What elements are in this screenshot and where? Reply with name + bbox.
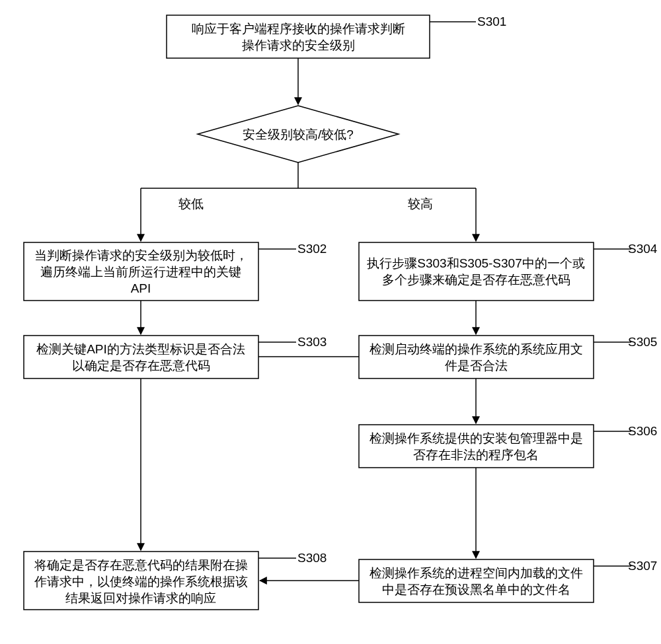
node-s304 — [359, 242, 594, 301]
s303-l1: 检测关键API的方法类型标识是否合法 — [36, 342, 245, 356]
s302-l2: 遍历终端上当前所运行进程中的关键 — [40, 265, 241, 279]
s306-l2: 否存在非法的程序包名 — [413, 448, 539, 462]
branch-low-label: 较低 — [178, 197, 204, 211]
branch-high-label: 较高 — [408, 197, 433, 211]
s308-l2: 作请求中，以使终端的操作系统根据该 — [34, 575, 248, 589]
s301-tag: S301 — [477, 15, 506, 28]
s304-l2: 多个步骤来确定是否存在恶意代码 — [382, 273, 570, 287]
s305-l2: 件是否合法 — [445, 359, 508, 373]
s308-tag: S308 — [297, 551, 327, 565]
s307-l1: 检测操作系统的进程空间内加载的文件 — [369, 566, 583, 580]
s302-l1: 当判断操作请求的安全级别为较低时， — [34, 248, 248, 262]
s301-text-l2: 操作请求的安全级别 — [242, 38, 355, 52]
s307-l2: 中是否存在预设黑名单中的文件名 — [382, 583, 570, 596]
s305-l1: 检测启动终端的操作系统的系统应用文 — [369, 342, 583, 356]
s302-tag: S302 — [297, 242, 327, 256]
s303-tag: S303 — [297, 335, 327, 349]
s304-l1: 执行步骤S303和S305-S307中的一个或 — [367, 256, 584, 270]
s301-text-l1: 响应于客户端程序接收的操作请求判断 — [192, 22, 405, 36]
s308-l1: 将确定是否存在恶意代码的结果附在操 — [34, 558, 248, 572]
s305-tag: S305 — [628, 335, 657, 349]
s306-l1: 检测操作系统提供的安装包管理器中是 — [369, 431, 583, 445]
s306-tag: S306 — [628, 424, 657, 438]
s304-tag: S304 — [628, 242, 658, 256]
s303-l2: 以确定是否存在恶意代码 — [72, 359, 210, 373]
s307-tag: S307 — [628, 559, 657, 573]
s302-l3: API — [131, 281, 151, 295]
flowchart: 响应于客户端程序接收的操作请求判断 操作请求的安全级别 S301 安全级别较高/… — [0, 0, 661, 644]
s308-l3: 结果返回对操作请求的响应 — [65, 591, 216, 605]
decision-text: 安全级别较高/较低? — [243, 127, 354, 141]
